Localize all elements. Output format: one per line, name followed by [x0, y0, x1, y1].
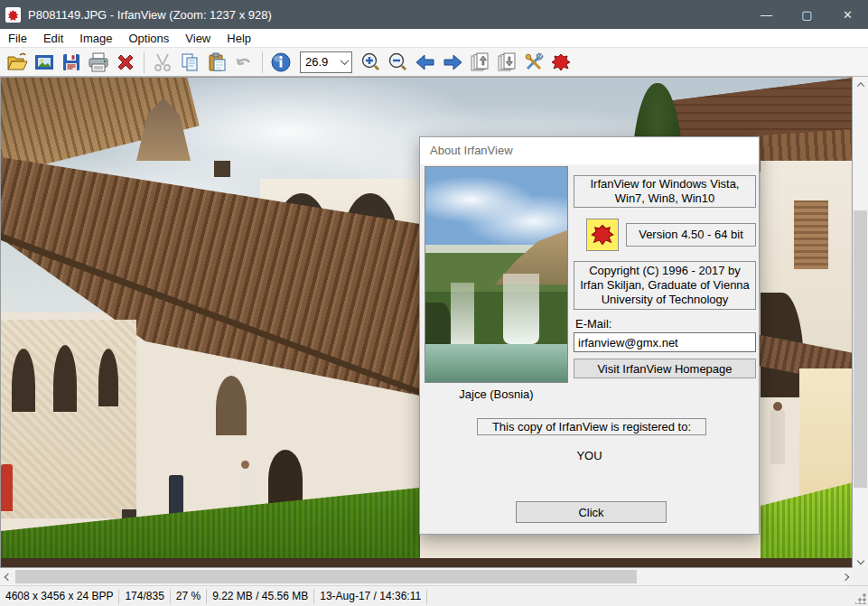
status-zoom-percent: 27 % — [171, 589, 207, 604]
status-dimensions: 4608 x 3456 x 24 BPP — [0, 589, 119, 604]
horizontal-scrollbar[interactable] — [0, 568, 853, 585]
save-button[interactable] — [58, 50, 85, 75]
copy-button[interactable] — [176, 50, 203, 75]
resize-grip-icon[interactable] — [855, 593, 866, 604]
window-shutter — [794, 200, 828, 269]
toolbar: 26.9 — [0, 48, 868, 77]
zoom-in-button[interactable] — [358, 50, 385, 75]
arch-niche — [216, 376, 247, 435]
person — [1, 464, 13, 511]
title-bar[interactable]: P8081149.JPG - IrfanView (Zoom: 1237 x 9… — [0, 0, 868, 29]
prev-file-icon — [469, 51, 490, 73]
last-page-button[interactable] — [493, 50, 520, 75]
myrtle-hedge — [761, 482, 853, 568]
menu-help[interactable]: Help — [219, 30, 259, 47]
slideshow-icon — [33, 51, 55, 73]
delete-button[interactable] — [112, 50, 139, 75]
email-field[interactable] — [574, 332, 756, 352]
vertical-scrollbar[interactable] — [853, 77, 868, 568]
zoom-out-icon — [387, 51, 409, 73]
sunlit-wall — [799, 368, 853, 495]
scroll-down-icon[interactable] — [853, 553, 868, 568]
cut-icon — [152, 51, 173, 73]
menu-bar: File Edit Image Options View Help — [0, 29, 868, 48]
zoom-value[interactable]: 26.9 — [301, 55, 337, 69]
scrollbar-corner — [853, 568, 868, 585]
version-box: Version 4.50 - 64 bit — [626, 223, 756, 247]
first-page-button[interactable] — [466, 50, 493, 75]
irfanview-about-button[interactable] — [547, 50, 574, 75]
open-button[interactable] — [4, 50, 31, 75]
zoom-in-icon — [360, 51, 382, 73]
person — [770, 410, 785, 464]
copy-icon — [179, 51, 201, 73]
menu-file[interactable]: File — [0, 30, 35, 47]
info-icon — [270, 51, 292, 73]
status-memory: 9.22 MB / 45.56 MB — [207, 589, 314, 604]
status-bar: 4608 x 3456 x 24 BPP 174/835 27 % 9.22 M… — [0, 585, 868, 606]
maximize-button[interactable]: ▢ — [787, 0, 827, 29]
nav-forward-icon — [442, 51, 463, 73]
save-icon — [61, 51, 82, 73]
settings-icon — [523, 51, 545, 73]
close-button[interactable]: ✕ — [827, 0, 868, 29]
next-file-icon — [496, 51, 518, 73]
toolbar-separator — [262, 51, 263, 73]
status-datetime: 13-Aug-17 / 14:36:11 — [314, 589, 427, 604]
scroll-left-icon[interactable] — [0, 568, 15, 585]
photo-caption: Jajce (Bosnia) — [425, 387, 568, 401]
about-dialog: About IrfanView Jajce (Bosnia) IrfanView… — [419, 136, 760, 535]
nav-back-icon — [415, 51, 436, 73]
undo-icon — [233, 51, 255, 73]
zoom-combobox[interactable]: 26.9 — [300, 51, 352, 73]
delete-icon — [115, 51, 136, 73]
window-title: P8081149.JPG - IrfanView (Zoom: 1237 x 9… — [28, 8, 746, 22]
previous-image-button[interactable] — [412, 50, 439, 75]
scroll-up-icon[interactable] — [853, 77, 868, 92]
windows-version-box: IrfanView for Windows Vista, Win7, Win8,… — [574, 175, 756, 208]
print-icon — [88, 51, 109, 73]
undo-button[interactable] — [230, 50, 257, 75]
copyright-box: Copyright (C) 1996 - 2017 by Irfan Skilj… — [574, 261, 756, 310]
cut-button[interactable] — [149, 50, 176, 75]
click-button[interactable]: Click — [516, 501, 667, 523]
status-file-index: 174/835 — [119, 589, 170, 604]
small-window — [214, 161, 230, 177]
vertical-scroll-thumb[interactable] — [854, 210, 867, 488]
horizontal-scroll-thumb[interactable] — [15, 570, 637, 583]
registered-to-value: YOU — [420, 449, 759, 462]
scroll-right-icon[interactable] — [837, 568, 853, 585]
menu-edit[interactable]: Edit — [35, 30, 71, 47]
paste-icon — [206, 51, 228, 73]
email-label: E-Mail: — [575, 317, 611, 331]
ground — [1, 558, 853, 568]
irfanview-logo-badge — [586, 219, 619, 251]
minimize-button[interactable]: — — [746, 0, 787, 29]
properties-button[interactable] — [520, 50, 547, 75]
open-folder-icon — [6, 51, 28, 73]
toolbar-separator — [144, 51, 145, 73]
dialog-title[interactable]: About IrfanView — [420, 137, 759, 164]
menu-image[interactable]: Image — [71, 30, 120, 47]
irfanview-window: P8081149.JPG - IrfanView (Zoom: 1237 x 9… — [0, 0, 868, 606]
irfanview-logo-icon — [550, 51, 572, 73]
info-button[interactable] — [267, 50, 294, 75]
waterfall — [503, 274, 539, 344]
visit-homepage-button[interactable]: Visit IrfanView Homepage — [574, 359, 756, 378]
chevron-down-icon[interactable] — [337, 52, 351, 72]
irfanview-logo-icon — [590, 222, 615, 247]
print-button[interactable] — [85, 50, 112, 75]
water-pool — [425, 344, 568, 383]
next-image-button[interactable] — [439, 50, 466, 75]
menu-options[interactable]: Options — [121, 30, 178, 47]
menu-view[interactable]: View — [177, 30, 219, 47]
slideshow-button[interactable] — [31, 50, 58, 75]
paste-button[interactable] — [203, 50, 230, 75]
jajce-photo — [425, 166, 568, 383]
registered-box: This copy of IrfanView is registered to: — [477, 418, 706, 435]
irfanview-app-icon — [5, 7, 21, 23]
zoom-out-button[interactable] — [385, 50, 412, 75]
